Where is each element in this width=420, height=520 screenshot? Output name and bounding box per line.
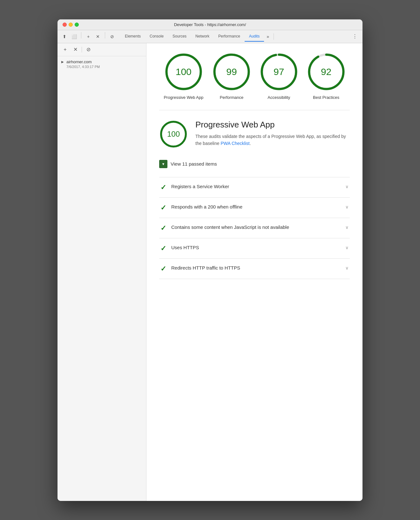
audit-item-1[interactable]: Responds with a 200 when offline ∨ <box>159 198 350 218</box>
add-tab-button[interactable]: + <box>84 32 93 41</box>
score-label-performance: Performance <box>220 95 243 100</box>
audit-label-2: Contains some content when JavaScript is… <box>171 224 342 231</box>
sidebar: + ✕ ⊘ ▶ airhorner.com 7/6/2017, 4:33:17 … <box>58 43 146 501</box>
audit-item-2[interactable]: Contains some content when JavaScript is… <box>159 218 350 238</box>
view-passed-text: View 11 passed items <box>171 161 217 167</box>
audit-label-0: Registers a Service Worker <box>171 183 342 190</box>
maximize-button[interactable] <box>75 23 79 27</box>
tab-divider-2 <box>105 32 105 38</box>
browser-window: Developer Tools - https://airhorner.com/… <box>58 19 362 501</box>
audit-chevron-0: ∨ <box>345 184 349 189</box>
screen-tool-button[interactable]: ⬜ <box>70 32 78 41</box>
titlebar: Developer Tools - https://airhorner.com/ <box>58 19 362 30</box>
tab-menu-button[interactable]: ⋮ <box>350 31 360 42</box>
sidebar-item-content: airhorner.com 7/6/2017, 4:33:17 PM <box>66 59 100 69</box>
audit-check-icon-1 <box>160 204 166 212</box>
score-label-accessibility: Accessibility <box>268 95 290 100</box>
score-item-best-practices: 92 Best Practices <box>307 53 345 100</box>
score-circle-performance: 99 <box>213 53 251 91</box>
audit-label-4: Redirects HTTP traffic to HTTPS <box>171 264 342 272</box>
pwa-desc-part1: These audits validate the aspects of a P… <box>195 134 346 146</box>
audit-chevron-1: ∨ <box>345 204 349 209</box>
pwa-desc-part2: . <box>250 141 251 146</box>
audit-chevron-3: ∨ <box>345 245 349 250</box>
tab-audits[interactable]: Audits <box>245 31 264 42</box>
tab-elements[interactable]: Elements <box>120 31 145 42</box>
audit-label-1: Responds with a 200 when offline <box>171 203 342 211</box>
score-label-best-practices: Best Practices <box>313 95 339 100</box>
audit-chevron-2: ∨ <box>345 225 349 230</box>
main-content: 100 Progressive Web App 99 Performance <box>146 43 362 501</box>
window-title: Developer Tools - https://airhorner.com/ <box>174 22 246 27</box>
audit-item-3[interactable]: Uses HTTPS ∨ <box>159 238 350 259</box>
score-item-accessibility: 97 Accessibility <box>260 53 298 100</box>
sidebar-item-subtitle: 7/6/2017, 4:33:17 PM <box>66 65 100 69</box>
sidebar-item-arrow: ▶ <box>61 60 64 64</box>
pwa-info: Progressive Web App These audits validat… <box>195 120 350 148</box>
traffic-lights <box>63 23 79 27</box>
sidebar-toolbar: + ✕ ⊘ <box>58 43 146 56</box>
tab-more-button[interactable]: » <box>264 31 272 42</box>
tab-performance[interactable]: Performance <box>214 31 245 42</box>
sidebar-item-title: airhorner.com <box>66 59 100 64</box>
close-tab-button[interactable]: ✕ <box>93 32 102 41</box>
sidebar-toolbar-divider <box>82 47 82 52</box>
audit-chevron-4: ∨ <box>345 265 349 270</box>
view-passed-button[interactable]: View 11 passed items <box>159 157 217 171</box>
score-value-best-practices: 92 <box>321 66 331 77</box>
minimize-button[interactable] <box>69 23 73 27</box>
score-value-pwa: 100 <box>176 66 192 77</box>
tab-sources[interactable]: Sources <box>168 31 191 42</box>
tab-network[interactable]: Network <box>191 31 214 42</box>
score-value-accessibility: 97 <box>274 66 284 77</box>
tabbar-icons: ⬆ ⬜ + ✕ ⊘ <box>60 30 117 43</box>
score-value-performance: 99 <box>226 66 237 77</box>
audit-check-icon-2 <box>160 224 166 232</box>
scores-row: 100 Progressive Web App 99 Performance <box>159 53 350 110</box>
pwa-title: Progressive Web App <box>195 120 350 130</box>
audit-label-3: Uses HTTPS <box>171 244 342 251</box>
stop-audit-button[interactable]: ⊘ <box>85 46 92 53</box>
audit-check-icon-3 <box>160 244 166 253</box>
tab-end-divider <box>274 33 274 40</box>
score-label-pwa: Progressive Web App <box>164 95 203 100</box>
audit-item-0[interactable]: Registers a Service Worker ∨ <box>159 177 350 198</box>
pwa-detail-score: 100 <box>167 130 180 139</box>
tab-divider <box>81 32 81 38</box>
audit-item-4[interactable]: Redirects HTTP traffic to HTTPS ∨ <box>159 259 350 279</box>
audit-check-icon-0 <box>160 183 166 192</box>
view-passed-icon <box>159 160 167 168</box>
tabbar: ⬆ ⬜ + ✕ ⊘ Elements Console Sources Netwo… <box>58 30 362 43</box>
audit-check-icon-4 <box>160 265 166 273</box>
stop-button[interactable]: ⊘ <box>108 32 117 41</box>
score-item-performance: 99 Performance <box>213 53 251 100</box>
add-audit-button[interactable]: + <box>61 46 69 53</box>
pwa-section: 100 Progressive Web App These audits val… <box>159 120 350 148</box>
remove-audit-button[interactable]: ✕ <box>71 46 79 53</box>
score-circle-pwa: 100 <box>165 53 203 91</box>
pwa-detail-circle: 100 <box>159 120 188 148</box>
sidebar-item-airhorner[interactable]: ▶ airhorner.com 7/6/2017, 4:33:17 PM <box>58 56 146 72</box>
cursor-tool-button[interactable]: ⬆ <box>60 32 69 41</box>
close-button[interactable] <box>63 23 67 27</box>
audit-list: Registers a Service Worker ∨ Responds wi… <box>159 177 350 279</box>
main-layout: + ✕ ⊘ ▶ airhorner.com 7/6/2017, 4:33:17 … <box>58 43 362 501</box>
pwa-description: These audits validate the aspects of a P… <box>195 133 350 147</box>
pwa-checklist-link[interactable]: PWA Checklist <box>220 141 249 146</box>
score-circle-accessibility: 97 <box>260 53 298 91</box>
score-circle-best-practices: 92 <box>307 53 345 91</box>
score-item-pwa: 100 Progressive Web App <box>164 53 203 100</box>
tab-console[interactable]: Console <box>145 31 168 42</box>
